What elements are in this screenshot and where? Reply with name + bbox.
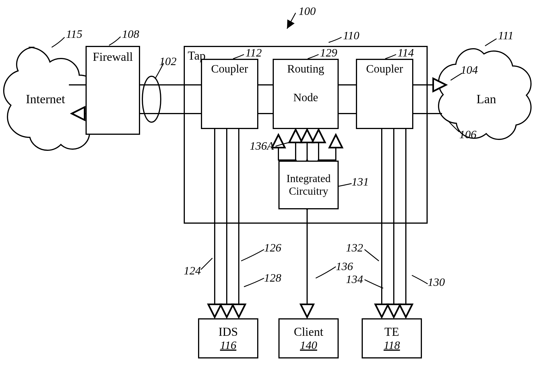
svg-point-2 [142,76,161,122]
ref-111: 111 [498,29,513,42]
ref-136A: 136A [250,139,274,153]
routing-node-box: Routing Node [273,59,339,129]
ref-124: 124 [184,264,201,277]
ref-136: 136 [336,260,353,273]
firewall-label: Firewall [93,50,133,64]
firewall-box: Firewall [86,46,140,135]
node-label: Node [293,91,318,104]
ref-114: 114 [398,46,414,59]
ref-108: 108 [122,27,139,41]
ref-126: 126 [264,241,281,254]
client-label: Client [294,325,323,339]
ref-129: 129 [320,46,337,59]
internet-text: Internet [26,92,65,106]
lan-text: Lan [476,92,496,106]
client-box: Client 140 [278,318,339,358]
ref-106: 106 [459,128,476,141]
coupler-right-label: Coupler [366,62,403,75]
ref-115: 115 [66,27,82,41]
ref-134: 134 [346,272,363,286]
integrated-circuitry-box: Integrated Circuitry [278,161,339,209]
ids-box: IDS 116 [198,318,258,358]
te-num: 118 [383,339,400,352]
te-box: TE 118 [362,318,422,358]
te-label: TE [384,325,399,339]
ids-num: 116 [220,339,236,352]
ref-130: 130 [428,275,445,289]
client-num: 140 [300,339,317,352]
coupler-left-box: Coupler [201,59,258,129]
ids-label: IDS [218,325,238,339]
ref-132: 132 [346,241,363,254]
routing-label: Routing [287,62,324,75]
coupler-right-box: Coupler [356,59,413,129]
ref-100: 100 [299,4,316,18]
ref-128: 128 [264,271,281,284]
ref-102: 102 [159,54,177,68]
integrated-label: Integrated [286,172,331,185]
ref-131: 131 [352,175,369,188]
diagram-stage: Firewall Tap Coupler Routing Node Couple… [0,0,533,392]
ref-104: 104 [461,63,478,77]
coupler-left-label: Coupler [211,62,248,75]
ref-112: 112 [245,46,262,59]
ref-110: 110 [343,29,359,42]
circuitry-label: Circuitry [289,185,328,198]
